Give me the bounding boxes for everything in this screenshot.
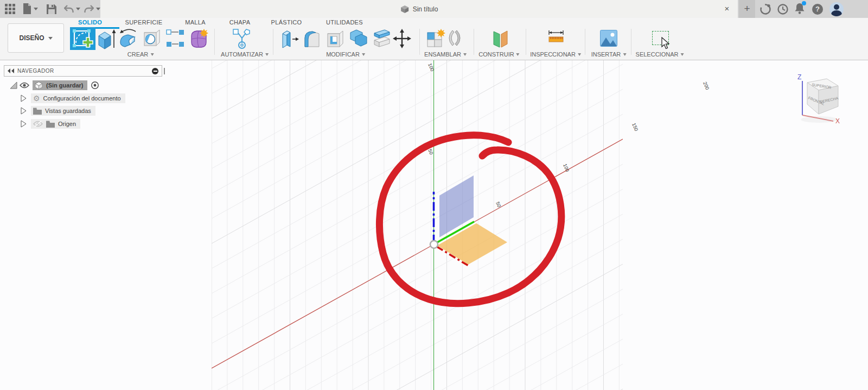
- tree-row-saved-views[interactable]: Vistas guardadas: [21, 106, 95, 116]
- tree-item-label: Vistas guardadas: [45, 108, 91, 114]
- tab-chapa[interactable]: CHAPA: [229, 19, 251, 27]
- fillet-icon[interactable]: [303, 28, 321, 49]
- configure-icon[interactable]: [232, 28, 252, 50]
- undo-icon[interactable]: [64, 5, 74, 14]
- shell-icon[interactable]: [326, 28, 344, 49]
- viewcube[interactable]: Z X SUPERIOR FRONTAL DERECHA: [786, 71, 845, 125]
- grid-line: [212, 239, 623, 390]
- dropdown-caret-icon: [623, 53, 626, 56]
- group-modificar[interactable]: MODIFICAR: [326, 51, 365, 58]
- file-icon[interactable]: [23, 3, 31, 15]
- combine-icon[interactable]: [349, 28, 368, 48]
- notifications-icon[interactable]: [793, 0, 806, 18]
- redo-menu-caret-icon[interactable]: [96, 8, 100, 10]
- axis-tick-label: 150: [631, 122, 639, 132]
- workspace-label: DISEÑO: [19, 34, 44, 42]
- group-crear[interactable]: CREAR: [127, 51, 154, 58]
- move-icon[interactable]: [393, 28, 411, 49]
- new-component-icon[interactable]: [426, 28, 446, 49]
- undo-menu-caret-icon[interactable]: [76, 8, 80, 10]
- job-status-icon[interactable]: [776, 0, 789, 18]
- axis-tick-label: 50: [427, 148, 434, 155]
- collapsed-arrow-icon[interactable]: [21, 95, 27, 102]
- help-icon[interactable]: ?: [811, 0, 824, 18]
- construction-plane-icon[interactable]: [492, 28, 509, 49]
- toolbar-ribbon: DISEÑO SOLIDO SUPERFICIE MALLA CHAPA PLÁ…: [0, 18, 868, 60]
- group-automatizar[interactable]: AUTOMATIZAR: [221, 51, 269, 58]
- measure-icon[interactable]: [548, 30, 564, 44]
- visibility-off-eye-icon[interactable]: [33, 121, 43, 127]
- hole-icon[interactable]: [142, 28, 161, 49]
- group-separator: [585, 29, 585, 55]
- new-tab-button[interactable]: +: [739, 0, 755, 18]
- grid-line: [212, 64, 623, 293]
- document-cube-icon: [400, 5, 409, 14]
- tab-superficie[interactable]: SUPERFICIE: [125, 19, 162, 27]
- document-tab-title: Sin título: [413, 5, 438, 13]
- folder-icon: [33, 108, 42, 115]
- group-seleccionar[interactable]: SELECCIONAR: [636, 51, 684, 58]
- viewcube-x-label: X: [835, 117, 840, 125]
- navigator-header[interactable]: NAVEGADOR: [4, 65, 162, 77]
- dropdown-caret-icon: [578, 53, 581, 56]
- file-menu-caret-icon[interactable]: [34, 8, 38, 10]
- tree-row-document-settings[interactable]: ⚙ Configuración del documento: [21, 93, 125, 103]
- viewcube-z-label: Z: [797, 73, 801, 81]
- axis-tick-label: 200: [702, 81, 710, 91]
- user-avatar[interactable]: [829, 0, 844, 18]
- tree-item-label: Configuración del documento: [43, 95, 121, 102]
- press-pull-icon[interactable]: [280, 28, 299, 50]
- tree-row-origin[interactable]: Origen: [21, 119, 80, 129]
- activate-component-icon[interactable]: [91, 81, 99, 90]
- group-inspeccionar[interactable]: INSPECCIONAR: [530, 51, 581, 58]
- group-insertar[interactable]: INSERTAR: [591, 51, 627, 58]
- tree-item-label: Origen: [58, 121, 76, 127]
- group-separator: [214, 29, 215, 55]
- workspace-caret-icon: [48, 37, 53, 40]
- tab-malla[interactable]: MALLA: [185, 19, 206, 27]
- revolve-icon[interactable]: [118, 28, 140, 50]
- annotation-circle: [379, 135, 561, 304]
- title-bar: Sin título × + ?: [0, 0, 868, 18]
- tab-solido[interactable]: SOLIDO: [78, 19, 102, 27]
- tab-plastico[interactable]: PLÁSTICO: [271, 19, 302, 27]
- collapsed-arrow-icon[interactable]: [21, 107, 27, 115]
- extrude-icon[interactable]: [98, 28, 116, 51]
- document-tab[interactable]: Sin título ×: [100, 0, 738, 18]
- group-separator: [273, 29, 273, 55]
- grid-x-axis-line: [212, 139, 623, 368]
- collapse-all-icon[interactable]: [152, 68, 158, 74]
- save-icon[interactable]: [47, 4, 56, 14]
- extensions-icon[interactable]: [759, 0, 772, 18]
- tree-row-root[interactable]: (Sin guardar): [10, 80, 99, 90]
- create-sketch-icon[interactable]: [70, 27, 95, 50]
- split-body-icon[interactable]: [373, 28, 391, 49]
- form-icon[interactable]: [189, 28, 209, 49]
- joint-icon[interactable]: [447, 28, 462, 48]
- dropdown-caret-icon: [680, 53, 684, 56]
- redo-icon[interactable]: [84, 5, 94, 14]
- close-tab-icon[interactable]: ×: [722, 3, 732, 14]
- navigator-title: NAVEGADOR: [17, 68, 152, 74]
- workspace-selector[interactable]: DISEÑO: [8, 23, 64, 53]
- collapse-panel-icon[interactable]: [8, 68, 14, 73]
- visibility-eye-icon[interactable]: [20, 82, 29, 89]
- group-construir[interactable]: CONSTRUIR: [478, 51, 519, 58]
- origin-point[interactable]: [430, 241, 438, 248]
- group-separator: [419, 29, 420, 55]
- axis-tick-label: 100: [562, 163, 570, 173]
- pattern-icon[interactable]: [165, 28, 185, 48]
- group-ensamblar[interactable]: ENSAMBLAR: [424, 51, 467, 58]
- expanded-arrow-icon[interactable]: [10, 81, 17, 89]
- tab-utilidades[interactable]: UTILIDADES: [326, 19, 363, 27]
- app-grid-icon[interactable]: [5, 4, 15, 14]
- panel-resize-grip[interactable]: [164, 68, 165, 74]
- dropdown-caret-icon: [150, 53, 154, 56]
- grid-line: [212, 289, 623, 390]
- collapsed-arrow-icon[interactable]: [21, 120, 27, 128]
- group-separator: [631, 29, 631, 55]
- insert-image-icon[interactable]: [600, 30, 617, 47]
- dropdown-caret-icon: [516, 53, 520, 56]
- component-cube-icon: [35, 81, 43, 90]
- mouse-cursor: [661, 37, 671, 50]
